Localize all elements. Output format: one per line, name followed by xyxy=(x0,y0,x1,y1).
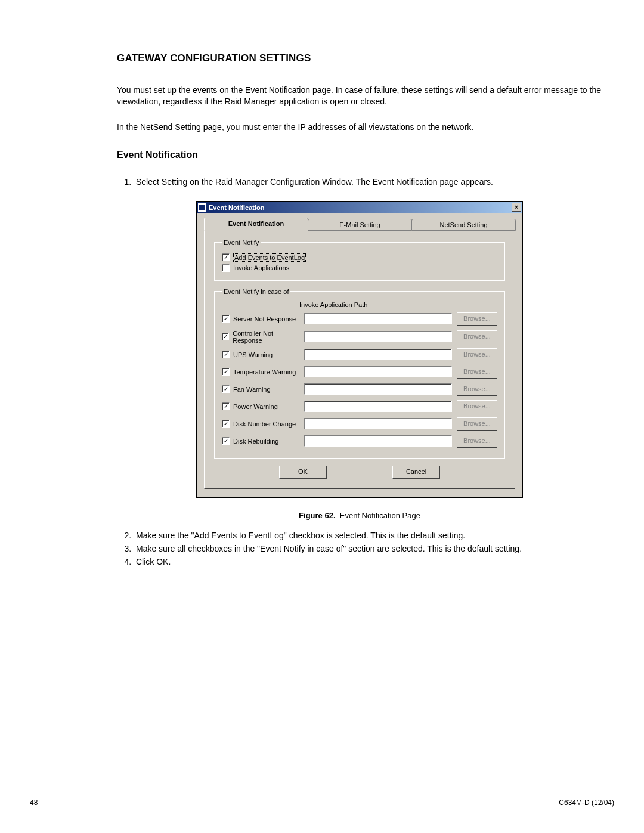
step-2: Make sure the "Add Events to EventLog" c… xyxy=(134,531,602,540)
disk-rebuilding-label: Disk Rebuilding xyxy=(233,438,278,445)
step-1: Select Setting on the Raid Manager Confi… xyxy=(134,177,602,187)
tab-strip: Event Notification E-Mail Setting NetSen… xyxy=(204,218,515,231)
power-warning-browse-button: Browse... xyxy=(457,400,497,413)
ups-warning-checkbox[interactable] xyxy=(222,351,230,358)
steps-list-bottom: Make sure the "Add Events to EventLog" c… xyxy=(117,531,602,566)
event-row: Disk Number Change Browse... xyxy=(222,417,497,431)
server-not-response-label: Server Not Response xyxy=(233,315,296,323)
event-row: Temperature Warning Browse... xyxy=(222,366,497,379)
close-button[interactable]: × xyxy=(512,203,521,212)
fan-warning-browse-button: Browse... xyxy=(457,383,497,396)
tab-netsend-setting[interactable]: NetSend Setting xyxy=(411,219,516,231)
disk-rebuilding-path-input[interactable] xyxy=(304,435,452,447)
event-row: Disk Rebuilding Browse... xyxy=(222,435,497,448)
figure-label: Figure 62. xyxy=(299,511,335,520)
controller-not-response-label: Controller Not Response xyxy=(233,330,299,344)
event-row: Controller Not Response Browse... xyxy=(222,330,497,344)
invoke-apps-checkbox[interactable] xyxy=(222,264,230,272)
step-4: Click OK. xyxy=(134,557,602,566)
power-warning-checkbox[interactable] xyxy=(222,402,230,410)
event-row: UPS Warning Browse... xyxy=(222,348,497,361)
ups-warning-browse-button: Browse... xyxy=(457,348,497,361)
event-row: Server Not Response Browse... xyxy=(222,312,497,326)
event-row: Fan Warning Browse... xyxy=(222,383,497,396)
section-title: GATEWAY CONFIGURATION SETTINGS xyxy=(117,52,602,64)
invoke-path-header: Invoke Application Path xyxy=(299,301,497,308)
window-icon xyxy=(198,203,206,212)
event-notify-case-group: Event Notify in case of Invoke Applicati… xyxy=(214,288,505,459)
disk-number-change-label: Disk Number Change xyxy=(233,420,296,428)
step-3: Make sure all checkboxes in the "Event N… xyxy=(134,544,602,553)
disk-rebuilding-checkbox[interactable] xyxy=(222,437,230,445)
ups-warning-path-input[interactable] xyxy=(304,349,452,360)
add-events-checkbox[interactable] xyxy=(222,253,230,261)
ups-warning-label: UPS Warning xyxy=(233,351,273,358)
event-notification-dialog: Event Notification × Event Notification … xyxy=(196,201,523,498)
disk-number-change-path-input[interactable] xyxy=(304,418,452,429)
doc-id: C634M-D (12/04) xyxy=(559,798,614,807)
netsend-paragraph: In the NetSend Setting page, you must en… xyxy=(117,122,602,133)
temperature-warning-label: Temperature Warning xyxy=(233,368,296,376)
server-not-response-checkbox[interactable] xyxy=(222,315,230,323)
intro-paragraph: You must set up the events on the Event … xyxy=(117,85,602,107)
figure-text: Event Notification Page xyxy=(340,511,420,520)
invoke-apps-label: Invoke Applications xyxy=(233,264,289,271)
figure-caption: Figure 62. Event Notification Page xyxy=(117,511,602,520)
disk-rebuilding-browse-button: Browse... xyxy=(457,435,497,448)
controller-not-response-checkbox[interactable] xyxy=(222,333,229,340)
temperature-warning-browse-button: Browse... xyxy=(457,366,497,379)
power-warning-label: Power Warning xyxy=(233,403,278,410)
subsection-title: Event Notification xyxy=(117,150,602,160)
server-not-response-path-input[interactable] xyxy=(304,313,452,324)
tab-event-notification[interactable]: Event Notification xyxy=(204,218,308,231)
controller-not-response-browse-button: Browse... xyxy=(457,330,497,343)
event-notify-case-legend: Event Notify in case of xyxy=(222,288,290,295)
fan-warning-path-input[interactable] xyxy=(304,383,452,395)
controller-not-response-path-input[interactable] xyxy=(304,331,452,342)
add-events-label: Add Events to EventLog xyxy=(233,253,306,262)
disk-number-change-checkbox[interactable] xyxy=(222,420,230,428)
window-title: Event Notification xyxy=(209,204,265,211)
event-notify-group: Event Notify Add Events to EventLog Invo… xyxy=(214,239,505,281)
steps-list-top: Select Setting on the Raid Manager Confi… xyxy=(117,177,602,187)
event-notify-legend: Event Notify xyxy=(222,239,261,246)
tab-email-setting[interactable]: E-Mail Setting xyxy=(308,219,412,231)
dialog-titlebar: Event Notification × xyxy=(197,202,522,213)
temperature-warning-path-input[interactable] xyxy=(304,366,452,377)
power-warning-path-input[interactable] xyxy=(304,401,452,412)
cancel-button[interactable]: Cancel xyxy=(392,466,440,479)
temperature-warning-checkbox[interactable] xyxy=(222,368,230,376)
disk-number-change-browse-button: Browse... xyxy=(457,417,497,431)
fan-warning-label: Fan Warning xyxy=(233,386,271,393)
event-row: Power Warning Browse... xyxy=(222,400,497,413)
ok-button[interactable]: OK xyxy=(279,466,327,479)
page-number: 48 xyxy=(30,798,38,807)
tab-panel: Event Notify Add Events to EventLog Invo… xyxy=(204,230,515,489)
fan-warning-checkbox[interactable] xyxy=(222,385,230,393)
server-not-response-browse-button: Browse... xyxy=(457,312,497,326)
